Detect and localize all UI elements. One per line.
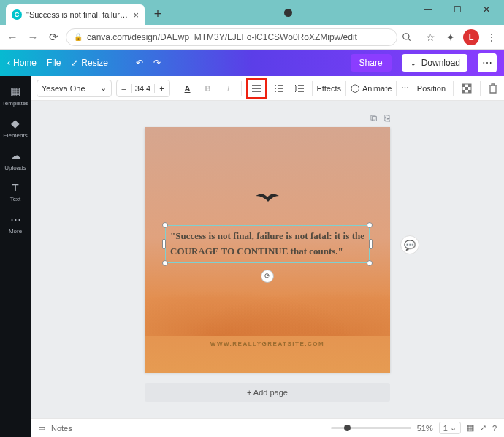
font-family-select[interactable]: Yeseva One ⌄ [37, 80, 112, 97]
add-page-icon[interactable]: ⎘ [384, 113, 390, 124]
templates-icon: ▦ [10, 85, 20, 98]
delete-button[interactable] [488, 83, 498, 94]
profile-avatar[interactable]: L [463, 29, 479, 45]
close-window-button[interactable]: ✕ [472, 0, 501, 19]
canvas-area[interactable]: ⧉ ⎘ "Success is not final, failure is no… [31, 101, 504, 418]
bird-silhouette [254, 191, 280, 203]
editor-toolbar: Yeseva One ⌄ – 34.4 + A B I [31, 76, 504, 101]
star-icon[interactable]: ☆ [422, 31, 438, 43]
more-icon: ⋯ [10, 213, 21, 226]
bold-button[interactable]: B [200, 80, 216, 96]
share-button[interactable]: Share [351, 54, 392, 72]
download-icon: ⭳ [409, 58, 418, 68]
alignment-button[interactable] [248, 80, 264, 96]
svg-point-7 [275, 88, 276, 89]
cloud-decoration [145, 278, 390, 336]
grid-view-icon[interactable]: ▦ [467, 423, 474, 433]
svg-point-0 [403, 33, 409, 39]
position-button[interactable]: Position [417, 84, 446, 93]
more-toolbar-button[interactable]: ⋯ [401, 83, 409, 93]
browser-tab[interactable]: C "Success is not final, failure is not…… [6, 4, 145, 25]
svg-point-5 [275, 85, 276, 86]
svg-rect-18 [462, 90, 465, 93]
side-panel: ▦Templates ◆Elements ☁Uploads TText ⋯Mor… [0, 76, 31, 437]
undo-button[interactable]: ↶ [136, 58, 143, 68]
window-controls: — ☐ ✕ [413, 0, 501, 19]
svg-line-1 [408, 38, 411, 40]
sidebar-item-uploads[interactable]: ☁Uploads [0, 145, 31, 175]
svg-rect-19 [468, 90, 471, 93]
zoom-slider[interactable] [331, 427, 411, 429]
zoom-value[interactable]: 51% [417, 424, 433, 433]
spacing-button[interactable] [291, 80, 308, 96]
rotate-handle[interactable]: ⟳ [261, 270, 274, 283]
sidebar-item-elements[interactable]: ◆Elements [0, 113, 31, 143]
home-button[interactable]: ‹ Home [7, 58, 37, 68]
lock-icon: 🔒 [74, 33, 83, 41]
new-tab-button[interactable]: + [148, 4, 167, 23]
page-indicator[interactable]: 1 ⌄ [439, 422, 461, 434]
svg-rect-15 [462, 84, 465, 87]
chevron-down-icon: ⌄ [450, 423, 457, 433]
uploads-icon: ☁ [10, 149, 21, 162]
add-page-button[interactable]: + Add page [145, 383, 390, 402]
forward-button[interactable]: → [25, 31, 41, 43]
address-field[interactable]: 🔒 canva.com/design/DAEwp_MTM3Y/LJLFo-lC1… [66, 28, 397, 46]
search-icon[interactable] [402, 32, 418, 42]
page-tools: ⧉ ⎘ [145, 113, 390, 124]
resize-button[interactable]: ⤢ Resize [71, 58, 108, 68]
quote-text-box[interactable]: "Success is not final, failure is not fa… [165, 225, 370, 263]
download-button[interactable]: ⭳ Download [402, 54, 467, 72]
window-titlebar: C "Success is not final, failure is not…… [0, 0, 504, 25]
browser-menu-icon[interactable]: ⋮ [484, 31, 500, 43]
decrease-size-button[interactable]: – [117, 84, 131, 93]
help-icon[interactable]: ? [492, 424, 497, 433]
notes-button[interactable]: Notes [51, 424, 72, 433]
browser-address-bar: ← → ⟳ 🔒 canva.com/design/DAEwp_MTM3Y/LJL… [0, 25, 504, 50]
svg-rect-17 [465, 87, 468, 90]
font-size-value[interactable]: 34.4 [131, 84, 155, 93]
sidebar-item-text[interactable]: TText [0, 177, 31, 207]
text-color-button[interactable]: A [180, 80, 196, 96]
close-tab-icon[interactable]: × [133, 10, 139, 20]
extensions-icon[interactable]: ✦ [443, 31, 459, 43]
effects-button[interactable]: Effects [317, 84, 341, 93]
chevron-down-icon: ⌄ [100, 83, 107, 93]
font-size-control: – 34.4 + [116, 80, 170, 97]
animate-icon: ◯ [351, 83, 359, 93]
quote-text[interactable]: "Success is not final, failure is not fa… [170, 229, 364, 259]
app-top-bar: ‹ Home File ⤢ Resize ↶ ↷ Share ⭳ Downloa… [0, 50, 504, 76]
fullscreen-icon[interactable]: ⤢ [480, 423, 486, 433]
sidebar-item-more[interactable]: ⋯More [0, 208, 31, 239]
reload-button[interactable]: ⟳ [45, 31, 61, 44]
minimize-button[interactable]: — [413, 0, 443, 19]
increase-size-button[interactable]: + [155, 84, 169, 93]
site-credit[interactable]: WWW.REALLYGREATSITE.COM [145, 341, 390, 347]
file-menu[interactable]: File [47, 58, 61, 68]
animate-button[interactable]: ◯Animate [351, 83, 392, 93]
notes-icon[interactable]: ▭ [38, 423, 45, 433]
alignment-highlight [246, 78, 267, 99]
redo-button[interactable]: ↷ [153, 58, 161, 68]
url-text: canva.com/design/DAEwp_MTM3Y/LJLFo-lC1CS… [87, 32, 357, 42]
record-indicator-icon [284, 9, 292, 17]
editor-footer: ▭ Notes 51% 1 ⌄ ▦ ⤢ ? [31, 418, 504, 437]
back-button[interactable]: ← [4, 31, 20, 43]
italic-button[interactable]: I [221, 80, 237, 96]
comment-button[interactable]: 💬 [400, 235, 419, 254]
transparency-button[interactable] [461, 83, 473, 94]
design-page[interactable]: "Success is not final, failure is not fa… [145, 127, 390, 373]
more-menu-button[interactable]: ⋯ [478, 53, 497, 72]
tab-title: "Success is not final, failure is not… [26, 10, 129, 19]
canva-favicon: C [12, 10, 22, 20]
duplicate-page-icon[interactable]: ⧉ [370, 113, 377, 124]
elements-icon: ◆ [11, 117, 20, 130]
text-icon: T [12, 181, 18, 194]
sidebar-item-templates[interactable]: ▦Templates [0, 80, 31, 111]
svg-point-9 [275, 91, 276, 92]
list-button[interactable] [271, 80, 287, 96]
svg-rect-16 [468, 84, 471, 87]
maximize-button[interactable]: ☐ [443, 0, 472, 19]
